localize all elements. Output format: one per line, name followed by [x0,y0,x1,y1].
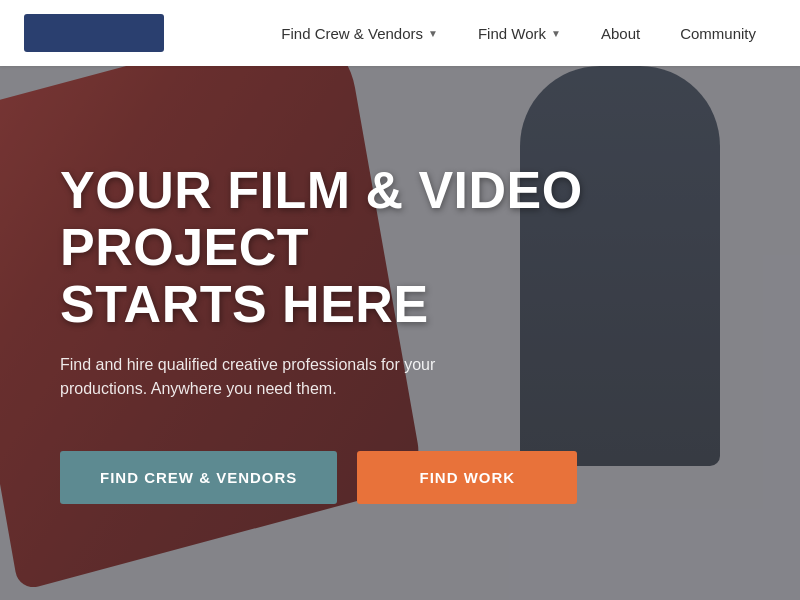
hero-buttons: FIND CREW & VENDORS FIND WORK [60,451,740,504]
nav-item-community[interactable]: Community [660,25,776,42]
logo[interactable] [24,14,164,52]
hero-subtitle: Find and hire qualified creative profess… [60,353,460,401]
find-work-button[interactable]: FIND WORK [357,451,577,504]
nav-links: Find Crew & Vendors ▼ Find Work ▼ About … [261,25,776,42]
nav-item-about[interactable]: About [581,25,660,42]
hero-content: YOUR FILM & VIDEO PROJECT STARTS HERE Fi… [0,66,800,600]
navbar: Find Crew & Vendors ▼ Find Work ▼ About … [0,0,800,66]
nav-item-find-work[interactable]: Find Work ▼ [458,25,581,42]
nav-item-find-crew[interactable]: Find Crew & Vendors ▼ [261,25,458,42]
chevron-down-icon: ▼ [428,28,438,39]
hero-title: YOUR FILM & VIDEO PROJECT STARTS HERE [60,162,620,334]
find-crew-button[interactable]: FIND CREW & VENDORS [60,451,337,504]
chevron-down-icon: ▼ [551,28,561,39]
